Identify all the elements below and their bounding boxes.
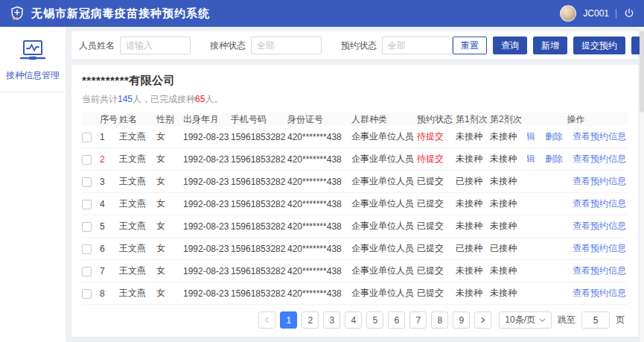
table-row: 3 王文燕 女 1992-08-23 15961853282 420******… bbox=[82, 171, 628, 193]
action-view-appointment[interactable]: 查看预约信息 bbox=[573, 287, 626, 300]
row-checkbox[interactable] bbox=[82, 267, 92, 276]
cell-id-number: 420*******438 bbox=[287, 177, 351, 187]
cell-dose2-status: 未接种 bbox=[490, 220, 527, 232]
cell-phone: 15961853282 bbox=[231, 177, 287, 187]
cell-group-type: 企事业单位人员 bbox=[351, 153, 417, 165]
cell-group-type: 企事业单位人员 bbox=[351, 130, 417, 143]
app-title: 无锡市新冠病毒疫苗接种预约系统 bbox=[31, 7, 210, 21]
header-dose2: 第2剂次 bbox=[490, 113, 527, 126]
action-edit[interactable]: 编辑 bbox=[527, 130, 535, 143]
cell-phone: 15961853282 bbox=[231, 244, 287, 254]
action-view-appointment[interactable]: 查看预约信息 bbox=[573, 220, 626, 232]
pagination-prev-icon[interactable] bbox=[258, 311, 275, 329]
cell-id-number: 420*******438 bbox=[287, 288, 351, 299]
cell-dose2-status: 未接种 bbox=[490, 265, 527, 277]
logout-power-icon[interactable] bbox=[623, 7, 635, 19]
user-avatar[interactable] bbox=[560, 5, 576, 22]
cell-name: 王文燕 bbox=[119, 265, 156, 277]
submit-appointment-button[interactable]: 提交预约 bbox=[573, 37, 625, 54]
action-view-appointment[interactable]: 查看预约信息 bbox=[573, 153, 626, 165]
header-user-area: JC001 bbox=[560, 5, 635, 22]
cell-name: 王文燕 bbox=[119, 153, 156, 165]
appointment-status-input[interactable] bbox=[382, 37, 453, 54]
sidebar-item-vaccination-info[interactable]: 接种信息管理 bbox=[0, 27, 66, 92]
pagination-page-1[interactable]: 1 bbox=[280, 311, 297, 329]
row-checkbox[interactable] bbox=[82, 133, 92, 142]
action-delete[interactable]: 删除 bbox=[545, 153, 563, 165]
row-number: 5 bbox=[100, 221, 119, 232]
cell-gender: 女 bbox=[156, 130, 183, 143]
cell-appointment-status: 已提交 bbox=[417, 175, 456, 188]
scrollbar-thumb[interactable] bbox=[640, 31, 644, 113]
appointment-status-label: 预约状态 bbox=[341, 39, 377, 52]
row-checkbox[interactable] bbox=[82, 222, 92, 232]
query-button[interactable]: 查询 bbox=[493, 37, 527, 54]
cell-name: 王文燕 bbox=[119, 242, 156, 255]
body-row: 接种信息管理 人员姓名 接种状态 预约状态 bbox=[0, 27, 644, 342]
row-checkbox[interactable] bbox=[82, 289, 92, 299]
cell-dose1-status: 未接种 bbox=[456, 130, 490, 143]
cell-appointment-status: 待提交 bbox=[417, 153, 456, 165]
action-view-appointment[interactable]: 查看预约信息 bbox=[573, 265, 626, 277]
pagination-page-8[interactable]: 8 bbox=[431, 311, 448, 329]
header-appointment-status: 预约状态 bbox=[417, 113, 456, 126]
row-checkbox[interactable] bbox=[82, 244, 92, 254]
cell-id-number: 420*******438 bbox=[287, 221, 351, 232]
cell-appointment-status: 已提交 bbox=[417, 197, 456, 210]
pagination-page-2[interactable]: 2 bbox=[302, 311, 319, 329]
total-count: 145 bbox=[118, 94, 133, 104]
scrollbar[interactable] bbox=[640, 27, 644, 342]
sidebar: 接种信息管理 bbox=[0, 27, 66, 342]
pagination-page-3[interactable]: 3 bbox=[323, 311, 340, 329]
cell-name: 王文燕 bbox=[119, 287, 156, 300]
pagination-next-icon[interactable] bbox=[474, 311, 491, 329]
vaccination-status-input[interactable] bbox=[251, 37, 322, 54]
reset-button[interactable]: 重置 bbox=[453, 37, 487, 54]
table-body: 1 王文燕 女 1992-08-23 15961853282 420******… bbox=[82, 126, 628, 305]
row-number: 8 bbox=[100, 288, 119, 299]
pagination-page-9[interactable]: 9 bbox=[453, 311, 470, 329]
cell-gender: 女 bbox=[156, 287, 183, 300]
row-checkbox[interactable] bbox=[82, 155, 92, 165]
cell-actions: 查看预约信息 bbox=[527, 265, 628, 277]
jump-page-input[interactable] bbox=[581, 311, 610, 329]
action-view-appointment[interactable]: 查看预约信息 bbox=[573, 175, 626, 188]
action-view-appointment[interactable]: 查看预约信息 bbox=[573, 130, 626, 143]
vaccinated-count: 65 bbox=[195, 94, 205, 104]
action-view-appointment[interactable]: 查看预约信息 bbox=[573, 197, 626, 210]
header-id-number: 身份证号 bbox=[287, 113, 351, 126]
row-number: 3 bbox=[100, 177, 119, 187]
action-edit[interactable]: 编辑 bbox=[527, 153, 535, 165]
app-window: 无锡市新冠病毒疫苗接种预约系统 JC001 bbox=[0, 0, 644, 342]
row-number: 6 bbox=[100, 244, 119, 254]
table-row: 5 王文燕 女 1992-08-23 15961853282 420******… bbox=[82, 215, 628, 238]
cell-phone: 15961853282 bbox=[231, 132, 287, 142]
summary-prefix: 当前共计 bbox=[82, 94, 118, 104]
cell-group-type: 企事业单位人员 bbox=[351, 175, 417, 188]
action-delete[interactable]: 删除 bbox=[545, 130, 563, 143]
summary-middle: 人，已完成接种 bbox=[133, 94, 195, 104]
cell-group-type: 企事业单位人员 bbox=[351, 265, 417, 277]
row-checkbox[interactable] bbox=[82, 200, 92, 209]
row-checkbox[interactable] bbox=[82, 177, 92, 187]
cell-appointment-status: 已提交 bbox=[417, 220, 456, 232]
table-row: 4 王文燕 女 1992-08-23 15961853282 420******… bbox=[82, 193, 628, 215]
pagination-page-4[interactable]: 4 bbox=[345, 311, 362, 329]
page-size-select[interactable]: 10条/页 bbox=[499, 311, 552, 329]
add-button[interactable]: 新增 bbox=[533, 37, 567, 54]
chevron-down-icon bbox=[539, 315, 546, 326]
cell-appointment-status: 已提交 bbox=[417, 265, 456, 277]
table-row: 8 王文燕 女 1992-08-23 15961853282 420******… bbox=[82, 282, 628, 305]
pagination-page-5[interactable]: 5 bbox=[366, 311, 383, 329]
cell-dose2-status: 未接种 bbox=[490, 153, 527, 165]
action-view-appointment[interactable]: 查看预约信息 bbox=[573, 242, 626, 255]
main-content: 人员姓名 接种状态 预约状态 重置查询新增提交预约导入模板下载 ********… bbox=[66, 27, 644, 342]
pagination-page-7[interactable]: 7 bbox=[409, 311, 427, 329]
summary-suffix: 人。 bbox=[205, 94, 223, 104]
header-no: 序号 bbox=[100, 113, 119, 126]
cell-appointment-status: 待提交 bbox=[417, 130, 456, 143]
cell-actions: 查看预约信息 bbox=[527, 287, 628, 300]
person-name-input[interactable] bbox=[120, 37, 191, 54]
pagination-page-6[interactable]: 6 bbox=[388, 311, 405, 329]
cell-actions: 查看预约信息 bbox=[527, 197, 628, 210]
